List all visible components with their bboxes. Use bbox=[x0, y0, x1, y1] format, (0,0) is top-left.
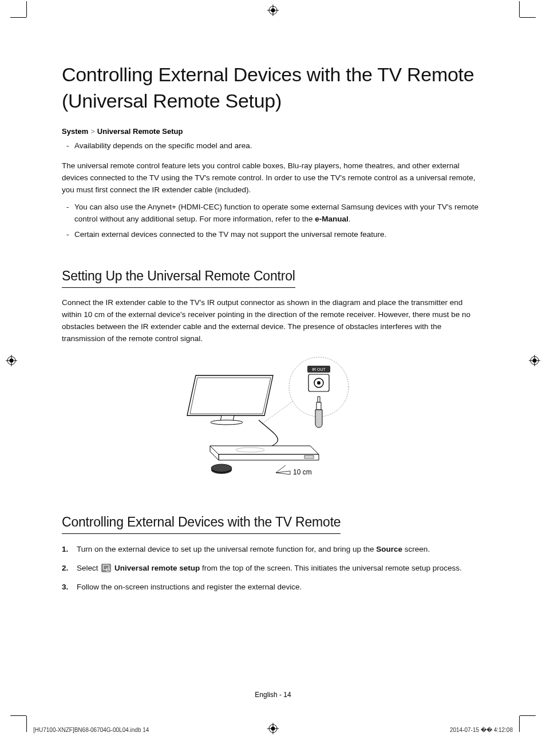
step-text: Turn on the external device to set up th… bbox=[77, 545, 376, 553]
step-text-end: screen. bbox=[402, 545, 430, 553]
crop-mark bbox=[519, 716, 520, 732]
page-footer-center: English - 14 bbox=[0, 691, 546, 699]
section1-paragraph: Connect the IR extender cable to the TV'… bbox=[62, 297, 484, 345]
source-screen-ref: Source bbox=[376, 545, 402, 553]
e-manual-ref: e-Manual bbox=[315, 215, 349, 223]
step-text: Select bbox=[77, 564, 100, 572]
crop-mark bbox=[10, 17, 26, 18]
registration-mark-icon bbox=[529, 355, 540, 366]
crop-mark bbox=[10, 715, 26, 716]
page-footer-meta: [HU7100-XNZF]BN68-06704G-00L04.indb 14 2… bbox=[33, 727, 513, 733]
step-1: 1. Turn on the external device to set up… bbox=[62, 543, 484, 556]
step-2: 2. Select Universal remote setup from th… bbox=[62, 562, 484, 575]
svg-point-20 bbox=[317, 381, 321, 385]
ir-out-label: IR OUT bbox=[312, 367, 326, 371]
note-anynet: You can also use the Anynet+ (HDMI-CEC) … bbox=[62, 201, 484, 225]
note-text: You can also use the Anynet+ (HDMI-CEC) … bbox=[74, 203, 478, 223]
step-number: 1. bbox=[62, 543, 68, 556]
registration-mark-icon bbox=[267, 5, 279, 16]
step-text-end: from the top of the screen. This initiat… bbox=[200, 564, 461, 572]
step-number: 2. bbox=[62, 562, 68, 575]
footer-right: 2014-07-15 �� 4:12:08 bbox=[450, 727, 513, 733]
step-3: 3. Follow the on-screen instructions and… bbox=[62, 581, 484, 594]
universal-remote-setup-ref: Universal remote setup bbox=[114, 564, 200, 572]
breadcrumb-b: Universal Remote Setup bbox=[97, 127, 183, 136]
ir-extender-diagram: IR OUT bbox=[62, 355, 484, 489]
intro-bullet: Availability depends on the specific mod… bbox=[62, 140, 484, 152]
page-title: Controlling External Devices with the TV… bbox=[62, 62, 484, 114]
distance-label: 10 cm bbox=[293, 468, 312, 476]
crop-mark bbox=[26, 716, 27, 732]
footer-left: [HU7100-XNZF]BN68-06704G-00L04.indb 14 bbox=[33, 727, 149, 733]
steps-list: 1. Turn on the external device to set up… bbox=[62, 543, 484, 594]
breadcrumb-separator: > bbox=[90, 127, 95, 136]
svg-point-26 bbox=[211, 464, 232, 472]
breadcrumb-a: System bbox=[62, 127, 88, 136]
svg-point-22 bbox=[211, 420, 243, 425]
section-title-setup: Setting Up the Universal Remote Control bbox=[62, 268, 295, 288]
page-content: Controlling External Devices with the TV… bbox=[62, 62, 484, 600]
svg-rect-24 bbox=[304, 456, 314, 458]
breadcrumb: System>Universal Remote Setup bbox=[62, 127, 484, 136]
step-number: 3. bbox=[62, 581, 68, 594]
note-unsupported: Certain external devices connected to th… bbox=[62, 229, 484, 241]
crop-mark bbox=[519, 1, 520, 17]
registration-mark-icon bbox=[6, 355, 17, 366]
universal-remote-icon bbox=[101, 564, 111, 572]
crop-mark bbox=[520, 715, 536, 716]
intro-bullets: Availability depends on the specific mod… bbox=[62, 140, 484, 152]
section-title-controlling: Controlling External Devices with the TV… bbox=[62, 514, 341, 534]
intro-paragraph: The universal remote control feature let… bbox=[62, 160, 484, 196]
notes-list: You can also use the Anynet+ (HDMI-CEC) … bbox=[62, 201, 484, 241]
crop-mark bbox=[520, 17, 536, 18]
step-text: Follow the on-screen instructions and re… bbox=[77, 583, 302, 591]
crop-mark bbox=[26, 1, 27, 17]
note-text-end: . bbox=[349, 215, 351, 223]
